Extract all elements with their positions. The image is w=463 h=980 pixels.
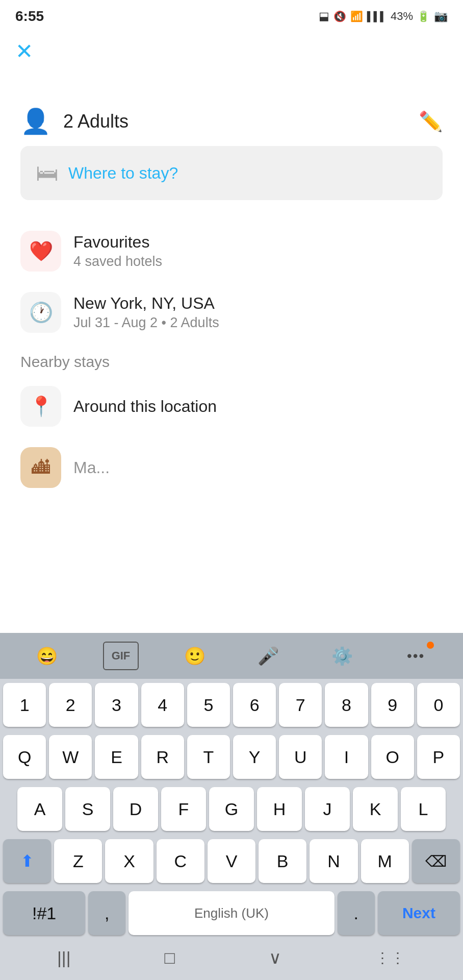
adults-left: 👤 2 Adults <box>20 107 128 136</box>
backspace-icon: ⌫ <box>425 852 447 870</box>
key-e[interactable]: E <box>95 735 138 779</box>
key-r[interactable]: R <box>141 735 184 779</box>
status-icons: ⬓ 🔇 📶 ▌▌▌ 43% 🔋 📷 <box>319 10 448 23</box>
nav-down-button[interactable]: ∨ <box>269 947 281 968</box>
battery-text: 43% <box>391 10 413 23</box>
key-y[interactable]: Y <box>233 735 276 779</box>
key-7[interactable]: 7 <box>279 683 322 727</box>
partial-title: Ma... <box>73 458 110 477</box>
mute-icon: 🔇 <box>333 10 346 22</box>
qwerty-row: Q W E R T Y U I O P <box>0 731 463 783</box>
list-item-newyork[interactable]: 🕐 New York, NY, USA Jul 31 - Aug 2 • 2 A… <box>20 282 443 343</box>
newyork-icon-wrap: 🕐 <box>20 292 61 333</box>
more-dots: ••• <box>407 648 425 664</box>
symbols-key[interactable]: !#1 <box>3 891 85 935</box>
status-bar: 6:55 ⬓ 🔇 📶 ▌▌▌ 43% 🔋 📷 <box>0 0 463 31</box>
key-u[interactable]: U <box>279 735 322 779</box>
key-5[interactable]: 5 <box>187 683 230 727</box>
zxcv-row: ⬆ Z X C V B N M ⌫ <box>0 835 463 887</box>
status-time: 6:55 <box>15 8 44 24</box>
delete-key[interactable]: ⌫ <box>412 839 460 883</box>
nav-home-button[interactable]: □ <box>164 948 175 968</box>
key-9[interactable]: 9 <box>371 683 414 727</box>
key-o[interactable]: O <box>371 735 414 779</box>
main-content: 👤 2 Adults ✏️ 🛏 Where to stay? ❤️ Favour… <box>0 102 463 498</box>
key-1[interactable]: 1 <box>3 683 46 727</box>
key-x[interactable]: X <box>105 839 153 883</box>
key-s[interactable]: S <box>65 787 110 831</box>
key-t[interactable]: T <box>187 735 230 779</box>
key-z[interactable]: Z <box>54 839 102 883</box>
person-icon: 👤 <box>20 107 51 136</box>
history-icon: 🕐 <box>29 301 53 324</box>
key-g[interactable]: G <box>209 787 254 831</box>
list-section: ❤️ Favourites 4 saved hotels 🕐 New York,… <box>20 220 443 343</box>
battery-icon: 🔋 <box>417 10 430 22</box>
keyboard-area: 😄 GIF 🙂 🎤 ⚙️ ••• 1 2 3 4 5 6 7 8 9 0 Q W… <box>0 633 463 980</box>
key-a[interactable]: A <box>17 787 62 831</box>
nearby-section-label: Nearby stays <box>20 353 443 371</box>
key-q[interactable]: Q <box>3 735 46 779</box>
adults-row: 👤 2 Adults ✏️ <box>20 102 443 146</box>
location-icon: 📍 <box>29 395 53 418</box>
location-text-wrap: Around this location <box>73 397 217 416</box>
close-button[interactable]: ✕ <box>15 41 33 62</box>
key-d[interactable]: D <box>113 787 158 831</box>
heart-icon: ❤️ <box>29 240 53 262</box>
shift-key[interactable]: ⬆ <box>3 839 51 883</box>
favourites-icon-wrap: ❤️ <box>20 231 61 272</box>
key-h[interactable]: H <box>257 787 302 831</box>
asdf-row: A S D F G H J K L <box>0 783 463 835</box>
key-6[interactable]: 6 <box>233 683 276 727</box>
bottom-row: !#1 , English (UK) . Next <box>0 887 463 939</box>
favourites-text-wrap: Favourites 4 saved hotels <box>73 233 162 270</box>
key-i[interactable]: I <box>325 735 368 779</box>
signal-icon: ▌▌▌ <box>367 11 387 22</box>
key-c[interactable]: C <box>157 839 204 883</box>
period-key[interactable]: . <box>338 891 375 935</box>
list-item-around-location[interactable]: 📍 Around this location <box>20 376 443 437</box>
settings-button[interactable]: ⚙️ <box>324 642 360 670</box>
newyork-subtitle: Jul 31 - Aug 2 • 2 Adults <box>73 315 219 331</box>
key-3[interactable]: 3 <box>95 683 138 727</box>
key-k[interactable]: K <box>353 787 398 831</box>
search-placeholder: Where to stay? <box>68 164 178 183</box>
key-b[interactable]: B <box>259 839 306 883</box>
location-title: Around this location <box>73 397 217 416</box>
favourites-subtitle: 4 saved hotels <box>73 254 162 270</box>
mic-button[interactable]: 🎤 <box>250 642 286 670</box>
space-key[interactable]: English (UK) <box>128 891 334 935</box>
key-f[interactable]: F <box>161 787 206 831</box>
key-p[interactable]: P <box>417 735 460 779</box>
number-row: 1 2 3 4 5 6 7 8 9 0 <box>0 679 463 731</box>
favourites-title: Favourites <box>73 233 162 252</box>
key-w[interactable]: W <box>49 735 92 779</box>
list-item-favourites[interactable]: ❤️ Favourites 4 saved hotels <box>20 220 443 282</box>
keyboard-toolbar: 😄 GIF 🙂 🎤 ⚙️ ••• <box>0 633 463 679</box>
nav-lines-button[interactable]: ||| <box>57 948 71 968</box>
comma-key[interactable]: , <box>88 891 125 935</box>
key-0[interactable]: 0 <box>417 683 460 727</box>
shift-icon: ⬆ <box>20 851 34 871</box>
more-button[interactable]: ••• <box>398 642 434 670</box>
key-j[interactable]: J <box>305 787 350 831</box>
adults-text: 2 Adults <box>63 111 128 132</box>
key-2[interactable]: 2 <box>49 683 92 727</box>
sticker-button[interactable]: 😄 <box>29 642 65 670</box>
key-v[interactable]: V <box>208 839 255 883</box>
search-box[interactable]: 🛏 Where to stay? <box>20 146 443 200</box>
key-8[interactable]: 8 <box>325 683 368 727</box>
next-key[interactable]: Next <box>378 891 460 935</box>
newyork-title: New York, NY, USA <box>73 294 219 313</box>
key-4[interactable]: 4 <box>141 683 184 727</box>
key-m[interactable]: M <box>361 839 409 883</box>
bed-icon: 🛏 <box>36 160 58 186</box>
nav-grid-button[interactable]: ⋮⋮ <box>375 949 406 966</box>
key-n[interactable]: N <box>310 839 357 883</box>
key-l[interactable]: L <box>401 787 446 831</box>
newyork-text-wrap: New York, NY, USA Jul 31 - Aug 2 • 2 Adu… <box>73 294 219 331</box>
edit-icon[interactable]: ✏️ <box>419 110 443 133</box>
gif-button[interactable]: GIF <box>103 642 139 670</box>
emoji-button[interactable]: 🙂 <box>177 642 213 670</box>
partial-icon-wrap: 🏙 <box>20 447 61 488</box>
